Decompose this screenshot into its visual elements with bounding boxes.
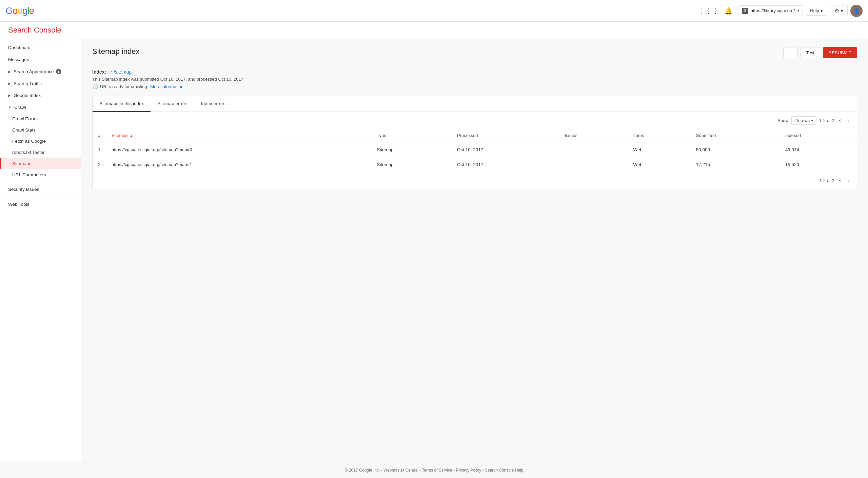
gear-chevron: ▾ [841, 7, 843, 14]
resubmit-button[interactable]: RESUBMIT [823, 47, 857, 58]
cell-num-1: 1 [93, 142, 106, 157]
main-content: Sitemap index ← Test RESUBMIT Index: ↗ /… [81, 39, 868, 462]
sidebar-item-fetch-as-google[interactable]: Fetch as Google [0, 136, 81, 147]
sidebar-item-robots-txt-tester[interactable]: robots.txt Tester [0, 147, 81, 158]
test-button[interactable]: Test [801, 47, 820, 58]
table-toolbar: Show 25 rows ▾ 1-2 of 2 ‹ › [93, 112, 857, 129]
pagination-info-top: 1-2 of 2 [819, 118, 834, 123]
sidebar-item-search-appearance-label: Search Appearance [14, 69, 54, 74]
cell-submitted-2: 17,215 [691, 157, 780, 172]
sidebar-item-crawl[interactable]: ▼ Crawl [0, 101, 81, 113]
grid-icon[interactable]: ⋮⋮⋮ [698, 7, 719, 15]
prev-page-button-top[interactable]: ‹ [837, 116, 843, 125]
sidebar-item-dashboard[interactable]: Dashboard [0, 42, 81, 54]
col-header-indexed: Indexed [780, 129, 857, 142]
sidebar-item-crawl-errors-label: Crawl Errors [12, 116, 38, 121]
crawl-status-text: URLs ready for crawling. [100, 84, 148, 89]
sc-title-bar: Search Console [0, 22, 868, 39]
tab-sitemaps-in-index[interactable]: Sitemaps in this index [93, 96, 151, 112]
site-selector[interactable]: D https://library.cgiar.org/ ▾ [738, 5, 803, 16]
more-info-link[interactable]: More information. [150, 84, 184, 89]
content-header-area: Sitemap index ← Test RESUBMIT [92, 47, 857, 64]
site-favicon: D [742, 8, 748, 14]
sidebar-item-google-index[interactable]: ▶ Google Index [0, 89, 81, 101]
tab-sitemap-errors[interactable]: Sitemap errors [151, 96, 194, 112]
rows-per-page-selector[interactable]: 25 rows ▾ [791, 116, 817, 125]
top-nav: Google ⋮⋮⋮ 🔔 D https://library.cgiar.org… [0, 0, 868, 22]
footer-link-terms[interactable]: Terms of Service [422, 468, 452, 473]
sidebar-divider-1 [0, 182, 81, 182]
main-layout: Dashboard Messages ▶ Search Appearance i… [0, 39, 868, 462]
site-url: https://library.cgiar.org/ [751, 8, 795, 13]
col-header-processed: Processed [452, 129, 559, 142]
sidebar-item-security-issues[interactable]: Security Issues [0, 183, 81, 195]
next-page-button-top[interactable]: › [846, 116, 851, 125]
footer: © 2017 Google Inc. - Webmaster Central -… [0, 462, 868, 478]
sidebar-item-dashboard-label: Dashboard [8, 45, 31, 50]
footer-link-privacy[interactable]: Privacy Policy [456, 468, 481, 473]
next-page-button-bottom[interactable]: › [846, 176, 851, 185]
sc-title: Search Console [8, 26, 860, 35]
help-button[interactable]: Help ▾ [806, 6, 827, 16]
sidebar-item-fetch-as-google-label: Fetch as Google [12, 139, 46, 144]
cell-processed-1: Oct 10, 2017 [452, 142, 559, 157]
sidebar-item-crawl-errors[interactable]: Crawl Errors [0, 113, 81, 124]
col-header-submitted: Submitted [691, 129, 780, 142]
top-nav-left: Google [5, 5, 34, 16]
sidebar-item-search-appearance[interactable]: ▶ Search Appearance i [0, 65, 81, 78]
prev-page-button-bottom[interactable]: ‹ [837, 176, 843, 185]
settings-button[interactable]: ⚙ ▾ [830, 5, 848, 16]
crawl-arrow: ▼ [8, 105, 12, 109]
col-header-type: Type [371, 129, 452, 142]
cell-processed-2: Oct 10, 2017 [452, 157, 559, 172]
avatar[interactable]: 👤 [850, 5, 863, 17]
sidebar-item-messages-label: Messages [8, 57, 29, 62]
col-header-num: # [93, 129, 106, 142]
sidebar-item-crawl-stats[interactable]: Crawl Stats [0, 124, 81, 136]
sidebar-item-crawl-stats-label: Crawl Stats [12, 127, 36, 133]
cell-type-1: Sitemap [371, 142, 452, 157]
gear-icon: ⚙ [834, 7, 839, 14]
table-row: 2 https://cgspace.cgiar.org/sitemap?map=… [93, 157, 857, 172]
page-title: Sitemap index [92, 47, 139, 56]
show-label: Show [777, 118, 789, 123]
sidebar-item-sitemaps-label: Sitemaps [12, 161, 31, 166]
index-link-text: /sitemap [114, 69, 132, 75]
sidebar-item-web-tools[interactable]: Web Tools [0, 198, 81, 210]
cell-issues-1: - [559, 142, 628, 157]
pagination-info-bottom: 1-2 of 2 [819, 178, 834, 183]
sidebar-item-url-parameters[interactable]: URL Parameters [0, 169, 81, 180]
google-index-arrow: ▶ [8, 94, 11, 97]
cell-sitemap-2: https://cgspace.cgiar.org/sitemap?map=1 [106, 157, 371, 172]
cell-sitemap-1: https://cgspace.cgiar.org/sitemap?map=0 [106, 142, 371, 157]
help-label: Help [810, 8, 819, 13]
main-card: Sitemaps in this index Sitemap errors In… [92, 96, 857, 189]
info-section: Index: ↗ /sitemap This Sitemap index was… [92, 69, 857, 89]
sidebar-item-google-index-label: Google Index [14, 93, 41, 98]
sidebar-item-url-parameters-label: URL Parameters [12, 172, 46, 177]
search-appearance-info-icon: i [56, 69, 61, 74]
sidebar-item-messages[interactable]: Messages [0, 54, 81, 65]
col-header-issues: Issues [559, 129, 628, 142]
google-logo: Google [5, 5, 34, 16]
sidebar-item-security-issues-label: Security Issues [8, 187, 39, 192]
cell-type-2: Sitemap [371, 157, 452, 172]
back-button[interactable]: ← [783, 47, 798, 58]
sidebar-item-sitemaps[interactable]: Sitemaps [0, 158, 81, 169]
search-appearance-arrow: ▶ [8, 70, 11, 74]
footer-link-help[interactable]: Search Console Help [485, 468, 523, 473]
index-line: Index: ↗ /sitemap [92, 69, 857, 75]
crawl-line: 🕐 URLs ready for crawling. More informat… [92, 84, 857, 89]
tabs: Sitemaps in this index Sitemap errors In… [93, 96, 857, 112]
site-selector-chevron: ▾ [797, 9, 799, 13]
footer-link-webmaster-central[interactable]: Webmaster Central [383, 468, 418, 473]
index-link[interactable]: ↗ /sitemap [109, 69, 132, 75]
tab-index-errors[interactable]: Index errors [194, 96, 232, 112]
table-body: 1 https://cgspace.cgiar.org/sitemap?map=… [93, 142, 857, 172]
sidebar: Dashboard Messages ▶ Search Appearance i… [0, 39, 81, 462]
sidebar-item-search-traffic[interactable]: ▶ Search Traffic [0, 78, 81, 89]
clock-icon: 🕐 [92, 84, 98, 89]
cell-num-2: 2 [93, 157, 106, 172]
col-header-sitemap[interactable]: Sitemap ▲ [106, 129, 371, 142]
bell-icon[interactable]: 🔔 [724, 7, 733, 15]
